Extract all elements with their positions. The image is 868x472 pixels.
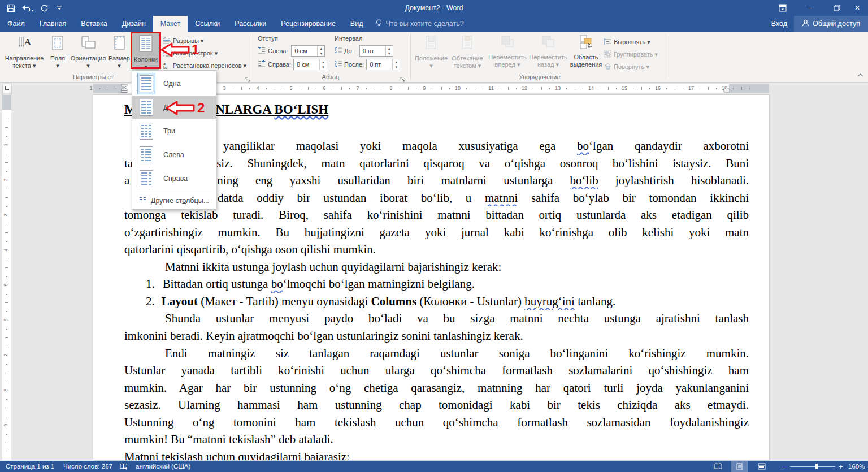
margins-icon [50,35,66,53]
tab-mailings[interactable]: Рассылки [227,16,274,32]
text-segment: Bittadan ortiq ustunga [163,277,271,291]
spacing-before-spinner[interactable]: 0 пт▲▼ [359,45,393,57]
text-segment: yangiliklar maqolasi yoki maqola xususiy… [223,139,577,153]
restore-button[interactable] [826,0,848,16]
ruler-mark [575,87,575,90]
ruler-mark: 3 [222,85,227,91]
web-layout-icon[interactable] [753,461,770,472]
read-mode-icon[interactable] [709,461,726,472]
share-button[interactable]: Общий доступ [794,16,868,32]
ruler-mark [6,417,7,417]
ruler-mark: 5 [288,85,294,91]
ruler-mark [500,88,500,89]
indent-left-spinner[interactable]: 0 см▲▼ [291,45,325,57]
spacing-after-spinner[interactable]: 0 пт▲▼ [366,59,400,70]
ruler-mark: 6 [322,85,327,91]
ruler-mark [6,364,7,365]
document-line: Endi matningiz siz tanlagan raqamdagi us… [124,345,749,362]
tab-stop-selector[interactable] [2,84,12,93]
tab-review[interactable]: Рецензирование [274,16,343,32]
proofing-status-icon[interactable] [120,461,128,472]
language-indicator[interactable]: английский (США) [136,461,190,472]
spinner-arrows[interactable]: ▲▼ [319,59,327,70]
zoom-slider-track[interactable] [790,466,835,467]
tab-layout[interactable]: Макет [153,16,188,32]
line-numbers-button[interactable]: 123 Номера строк ▾ [163,47,218,59]
columns-menu-item-two[interactable]: Две [132,96,216,119]
indent-right-spinner[interactable]: 0 см▲▼ [293,59,327,70]
zoom-level[interactable]: 160% [848,461,865,472]
paragraph-dialog-launcher-icon[interactable] [400,75,407,81]
ruler-mark [241,87,242,90]
spinner-arrows[interactable]: ▲▼ [385,46,393,56]
tab-view[interactable]: Вид [343,16,371,32]
columns-button[interactable]: Колонки ▾ [132,33,159,72]
group-button: Группировать ▾ [604,49,658,60]
margins-button[interactable]: Поля ▾ [46,33,69,72]
ruler-mark: 2 [3,178,8,181]
tab-insert[interactable]: Вставка [73,16,114,32]
ruler-mark [716,88,717,89]
ruler-mark [6,382,7,382]
ruler-mark [508,87,509,90]
indent-right-value: 0 см [294,61,319,68]
columns-menu-item-left[interactable]: Слева [132,143,216,167]
zoom-in-button[interactable]: + [839,461,843,472]
document-line: aning eng yaxshi usullaridan biri matnla… [124,172,749,189]
tab-references[interactable]: Ссылки [188,16,227,32]
align-button[interactable]: Выровнять ▾ [604,36,650,47]
tell-me-box[interactable]: Что вы хотите сделать? [370,16,469,32]
sign-in-button[interactable]: Вход [765,16,794,32]
collapse-ribbon-icon[interactable] [857,72,863,79]
document-line: tasiz. Shuningdek, matn qatorlarini qisq… [124,155,749,172]
zoom-out-button[interactable]: – [781,461,785,472]
right-indent-marker[interactable] [723,88,730,93]
text-direction-button[interactable]: A Направление текста ▾ [5,33,44,72]
text-segment: datda oddiy bir ustundan iborat bo‘lib, … [218,191,485,205]
columns-menu-item-one[interactable]: Одна [132,72,216,96]
size-button[interactable]: Размер ▾ [107,33,131,72]
document-line: Ustunning o‘ng tomonini ham tekislash uc… [124,414,749,431]
hyphenation-button[interactable]: a-bc Расстановка переносов ▾ [163,60,246,71]
tab-file[interactable]: Файл [0,16,32,32]
page-setup-dialog-launcher-icon[interactable] [245,75,252,81]
indent-right-label: Справа: [268,61,291,68]
page-indicator[interactable]: Страница 1 из 1 [6,461,54,472]
selection-pane-button[interactable]: Область выделения [570,33,602,72]
minimize-button[interactable]: – [798,0,821,16]
ruler-mark [633,88,633,89]
orientation-label: Ориентация ▾ [71,55,106,70]
print-layout-icon[interactable] [731,461,748,472]
spinner-arrows[interactable]: ▲▼ [392,59,400,70]
columns-menu-item-three[interactable]: Три [132,119,216,143]
ruler-mark [616,88,617,89]
ruler-mark [683,88,683,89]
breaks-button[interactable]: Разрывы ▾ [163,35,203,46]
ruler-mark [6,119,7,119]
ribbon-display-options-icon[interactable] [771,0,794,16]
orientation-button[interactable]: Ориентация ▾ [70,33,106,72]
group-arrange-label: Упорядочение [503,73,576,80]
columns-menu-item-right[interactable]: Справа [132,167,216,190]
text-segment: bo [577,139,589,153]
ruler-mark [116,88,116,89]
zoom-slider-thumb[interactable] [815,464,818,469]
word-count[interactable]: Число слов: 267 [63,461,112,472]
close-button[interactable]: ✕ [847,0,868,16]
text-segment: Matnni ikkita ustunga joylash uchun quyi… [165,260,501,274]
more-columns-menu-item[interactable]: Другие столбцы... [132,193,216,208]
group-paragraph-label: Абзац [294,73,367,80]
spinner-arrows[interactable]: ▲▼ [317,46,324,56]
text-segment: tanlang. [575,295,615,308]
tab-design[interactable]: Дизайн [115,16,153,32]
tab-home[interactable]: Главная [32,16,74,32]
indent-right-row: Справа: 0 см▲▼ [258,59,327,70]
vertical-ruler[interactable]: 123456789 [2,95,11,460]
ruler-mark: 7 [355,85,361,91]
left-indent-marker[interactable] [121,88,128,93]
align-icon [604,38,611,46]
ruler-mark [549,88,550,89]
horizontal-ruler[interactable]: 1123456789101112131415161718 [0,83,868,94]
share-label: Общий доступ [813,20,860,28]
ruler-mark [641,87,642,90]
